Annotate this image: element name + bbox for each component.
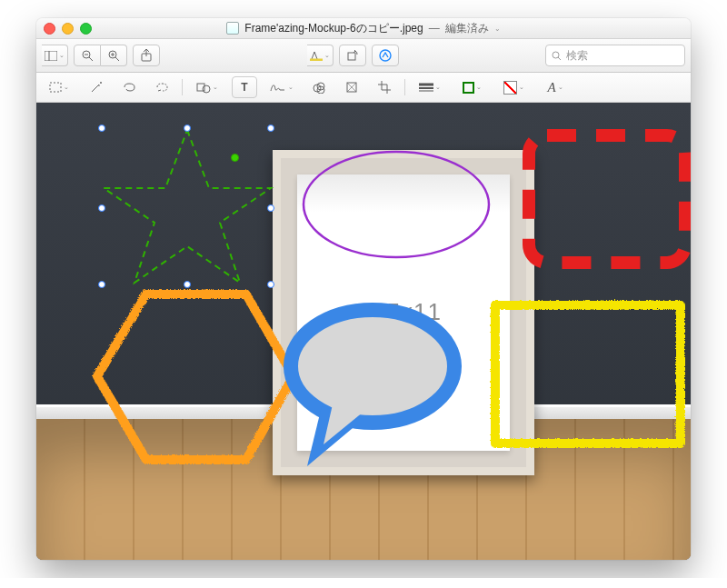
close-window-button[interactable] [44,23,55,35]
svg-line-20 [158,90,161,91]
selection-handle[interactable] [267,281,274,288]
markup-toolbar: ⌄ ⌄ T ⌄ ⌄ ⌄ ⌄ A⌄ [36,73,691,103]
search-field[interactable]: 検索 [545,45,685,66]
canvas[interactable]: 8.5x11 [36,103,691,560]
highlight-button[interactable]: ⌄ [307,45,334,66]
shapes-menu[interactable]: ⌄ [190,76,224,98]
selection-handle[interactable] [184,125,191,132]
fullscreen-window-button[interactable] [80,23,92,35]
yellow-crayon-rect-shape[interactable] [494,304,680,443]
window-title: Frame'azing-Mockup-6のコピー.jpeg — 編集済み ⌄ [36,21,691,36]
text-tool[interactable]: T [232,76,257,98]
selection-handle[interactable] [184,281,191,288]
selection-handle[interactable] [267,125,274,132]
svg-line-15 [558,57,561,60]
svg-rect-0 [45,51,57,61]
adjust-color-tool[interactable] [306,76,332,98]
lasso-tool[interactable] [116,76,142,98]
minimize-window-button[interactable] [62,23,74,35]
titlebar: Frame'azing-Mockup-6のコピー.jpeg — 編集済み ⌄ [36,18,691,39]
text-style-menu[interactable]: A⌄ [538,76,573,98]
fill-color-menu[interactable]: ⌄ [496,76,531,98]
share-button[interactable] [133,45,160,66]
window-controls [44,23,92,35]
svg-point-22 [203,85,210,93]
file-status: 編集済み [445,21,489,36]
search-icon [552,51,562,61]
selection-handle[interactable] [98,125,105,132]
svg-rect-12 [348,53,355,60]
selection-handle[interactable] [267,204,274,212]
svg-line-3 [89,57,93,61]
svg-point-30 [291,310,454,423]
sidebar-toggle-button[interactable]: ⌄ [42,45,68,66]
rotate-button[interactable] [339,45,366,66]
adjust-size-tool[interactable] [339,76,364,98]
red-dashed-rect-shape[interactable] [529,135,685,263]
selection-handle[interactable] [98,204,105,212]
selection-rect-tool[interactable]: ⌄ [42,76,76,98]
preview-window: Frame'azing-Mockup-6のコピー.jpeg — 編集済み ⌄ ⌄… [36,18,691,560]
rotation-handle[interactable] [231,154,239,162]
smart-lasso-tool[interactable] [149,76,174,98]
sign-tool[interactable]: ⌄ [264,76,299,98]
document-icon [226,22,239,35]
zoom-out-button[interactable] [74,45,101,66]
star-shape[interactable] [104,130,271,283]
search-placeholder: 検索 [566,48,588,64]
border-color-menu[interactable]: ⌄ [454,76,489,98]
svg-line-6 [115,57,119,61]
hexagon-shape[interactable] [96,294,293,459]
shapes-overlay [36,103,691,560]
instant-alpha-tool[interactable] [84,76,109,98]
svg-rect-16 [50,83,61,92]
svg-point-18 [100,82,102,84]
crop-tool[interactable] [372,76,397,98]
svg-point-19 [98,85,100,86]
speech-bubble-shape[interactable] [291,310,454,466]
main-toolbar: ⌄ ⌄ 検索 [36,39,691,73]
svg-line-17 [92,85,99,92]
line-style-menu[interactable]: ⌄ [413,76,447,98]
selection-handle[interactable] [98,281,105,288]
file-name: Frame'azing-Mockup-6のコピー.jpeg [244,21,423,36]
markup-toggle-button[interactable] [372,45,399,66]
ellipse-shape[interactable] [304,152,489,257]
zoom-in-button[interactable] [101,45,127,66]
svg-point-14 [553,52,559,58]
